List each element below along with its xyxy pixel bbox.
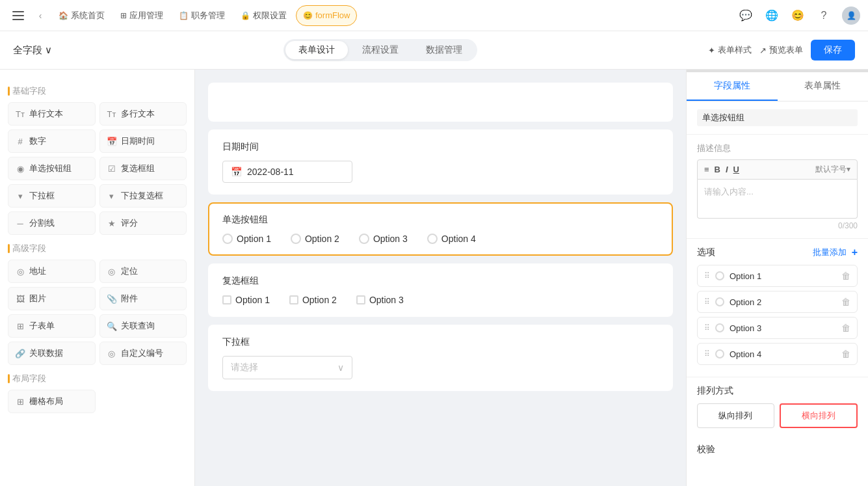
- drag-handle-1[interactable]: ⠿: [704, 271, 710, 280]
- add-option-button[interactable]: +: [852, 247, 858, 258]
- radio-option-1-label: Option 1: [237, 234, 271, 244]
- form-card-radio[interactable]: 单选按钮组 Option 1 Option 2 Option 3 Option …: [208, 202, 673, 256]
- attachment-label: 附件: [121, 293, 138, 304]
- sidebar-item-datetime[interactable]: 📅 日期时间: [99, 129, 187, 153]
- save-button[interactable]: 保存: [811, 40, 855, 61]
- batch-add-button[interactable]: 批量添加: [813, 247, 847, 258]
- sidebar-item-radio[interactable]: ◉ 单选按钮组: [8, 157, 96, 180]
- assoc-data-label: 关联数据: [29, 347, 63, 359]
- drag-handle-3[interactable]: ⠿: [704, 323, 710, 332]
- dropdown-icon: ▾: [15, 191, 25, 201]
- underline-icon[interactable]: U: [733, 165, 739, 174]
- delete-option-3-button[interactable]: 🗑: [841, 323, 850, 333]
- globe-icon[interactable]: 🌐: [764, 8, 780, 23]
- radio-group: Option 1 Option 2 Option 3 Option 4: [222, 234, 659, 244]
- delete-option-2-button[interactable]: 🗑: [841, 297, 850, 307]
- italic-icon[interactable]: I: [726, 165, 728, 174]
- radio-item-1[interactable]: Option 1: [222, 234, 271, 244]
- radio-item-3[interactable]: Option 3: [359, 234, 408, 244]
- message-icon[interactable]: 💬: [738, 8, 754, 23]
- custom-no-label: 自定义编号: [121, 347, 163, 359]
- sidebar-item-assoc-data[interactable]: 🔗 关联数据: [8, 342, 96, 365]
- form-card-checkbox[interactable]: 复选框组 Option 1 Option 2 Option 3: [208, 263, 673, 317]
- delete-option-4-button[interactable]: 🗑: [841, 349, 850, 359]
- sidebar-item-grid[interactable]: ⊞ 栅格布局: [8, 390, 96, 413]
- checkbox-item-2[interactable]: Option 2: [289, 295, 337, 305]
- option-radio-2: [715, 297, 724, 306]
- sidebar-item-address[interactable]: ◎ 地址: [8, 260, 96, 283]
- options-section: 选项 批量添加 + ⠿ Option 1 🗑 ⠿ Option 2 🗑 ⠿: [687, 239, 868, 377]
- checkbox-item-3[interactable]: Option 3: [356, 295, 404, 305]
- tab-form-design[interactable]: 表单设计: [285, 41, 348, 59]
- checkbox-option-2-label: Option 2: [302, 295, 337, 305]
- avatar[interactable]: 👤: [842, 7, 860, 25]
- sidebar-item-divider[interactable]: ─ 分割线: [8, 211, 96, 235]
- sidebar-item-number[interactable]: # 数字: [8, 129, 96, 153]
- location-icon: ◎: [107, 267, 117, 277]
- checkbox-item-1[interactable]: Option 1: [222, 295, 270, 305]
- divider-icon: ─: [15, 219, 25, 228]
- nav-tab-home[interactable]: 🏠 系统首页: [52, 5, 111, 26]
- form-card-dropdown[interactable]: 下拉框 请选择 ∨: [208, 325, 673, 391]
- checkbox-group: Option 1 Option 2 Option 3: [222, 295, 659, 305]
- menu-icon[interactable]: [8, 5, 29, 26]
- back-icon[interactable]: ‹: [31, 7, 49, 25]
- drag-handle-4[interactable]: ⠿: [704, 349, 710, 358]
- sidebar-item-image[interactable]: 🖼 图片: [8, 287, 96, 310]
- panel-tab-form-label: 表单属性: [804, 80, 841, 90]
- sidebar-item-checkbox[interactable]: ☑ 复选框组: [99, 157, 187, 180]
- validation-title: 校验: [697, 444, 858, 455]
- basic-fields-grid: Tт 单行文本 Tт 多行文本 # 数字 📅 日期时间 ◉ 单选按钮组 ☑ 复选…: [8, 102, 187, 235]
- option-label-3: Option 3: [730, 323, 836, 333]
- panel-tab-field[interactable]: 字段属性: [687, 72, 778, 101]
- save-label: 保存: [824, 44, 842, 55]
- nav-tab-formflow[interactable]: 😊 formFlow: [296, 5, 357, 26]
- option-item-4: ⠿ Option 4 🗑: [697, 343, 858, 365]
- font-size-selector[interactable]: 默认字号▾: [815, 164, 850, 175]
- number-icon: #: [15, 137, 25, 146]
- align-icon[interactable]: ≡: [704, 165, 709, 174]
- sidebar-item-multiline[interactable]: Tт 多行文本: [99, 102, 187, 126]
- radio-item-2[interactable]: Option 2: [291, 234, 339, 244]
- vertical-sort-button[interactable]: 纵向排列: [697, 403, 774, 428]
- advanced-fields-grid: ◎ 地址 ◎ 定位 🖼 图片 📎 附件 ⊞ 子表单 🔍 关联查询: [8, 260, 187, 365]
- nav-tab-permissions[interactable]: 🔒 权限设置: [234, 5, 293, 26]
- option-label-2: Option 2: [730, 297, 836, 307]
- sidebar-item-rating[interactable]: ★ 评分: [99, 211, 187, 235]
- dropdown-label: 下拉框: [29, 190, 55, 202]
- form-style-button[interactable]: ✦ 表单样式: [708, 44, 752, 56]
- sidebar-item-location[interactable]: ◎ 定位: [99, 260, 187, 283]
- nav-permissions-label: 权限设置: [253, 10, 287, 21]
- sidebar-item-attachment[interactable]: 📎 附件: [99, 287, 187, 310]
- sidebar-item-dropdown[interactable]: ▾ 下拉框: [8, 184, 96, 208]
- all-fields-button[interactable]: 全字段 ∨: [13, 44, 52, 57]
- sidebar-item-subtable[interactable]: ⊞ 子表单: [8, 314, 96, 338]
- horizontal-sort-label: 横向排列: [802, 411, 835, 420]
- grid-icon: ⊞: [15, 397, 25, 407]
- center-tab-group: 表单设计 流程设置 数据管理: [283, 39, 477, 61]
- horizontal-sort-button[interactable]: 横向排列: [780, 403, 858, 428]
- form-card-datetime[interactable]: 日期时间 📅 2022-08-11: [208, 129, 673, 195]
- location-label: 定位: [121, 265, 138, 277]
- emoji-icon[interactable]: 😊: [790, 8, 806, 23]
- sidebar-item-assoc-query[interactable]: 🔍 关联查询: [99, 314, 187, 338]
- select-input[interactable]: 请选择 ∨: [222, 356, 352, 379]
- preview-button[interactable]: ↗ 预览表单: [759, 44, 803, 56]
- sidebar-item-custom-no[interactable]: ◎ 自定义编号: [99, 342, 187, 365]
- tab-data-management[interactable]: 数据管理: [413, 41, 475, 59]
- delete-option-1-button[interactable]: 🗑: [841, 271, 850, 281]
- description-input[interactable]: 请输入内容...: [697, 180, 858, 219]
- sidebar-item-singleline[interactable]: Tт 单行文本: [8, 102, 96, 126]
- bold-icon[interactable]: B: [715, 165, 720, 174]
- option-label-4: Option 4: [730, 349, 836, 359]
- drag-handle-2[interactable]: ⠿: [704, 297, 710, 306]
- date-input[interactable]: 📅 2022-08-11: [222, 161, 352, 183]
- help-icon[interactable]: ?: [816, 8, 832, 23]
- panel-tab-form[interactable]: 表单属性: [778, 72, 869, 101]
- tab-flow-settings[interactable]: 流程设置: [349, 41, 412, 59]
- sidebar-item-dropdown-multi[interactable]: ▾ 下拉复选框: [99, 184, 187, 208]
- radio-item-4[interactable]: Option 4: [427, 234, 476, 244]
- nav-tab-apps[interactable]: ⊞ 应用管理: [114, 5, 170, 26]
- assoc-query-label: 关联查询: [121, 320, 155, 332]
- nav-tab-jobs[interactable]: 📋 职务管理: [172, 5, 231, 26]
